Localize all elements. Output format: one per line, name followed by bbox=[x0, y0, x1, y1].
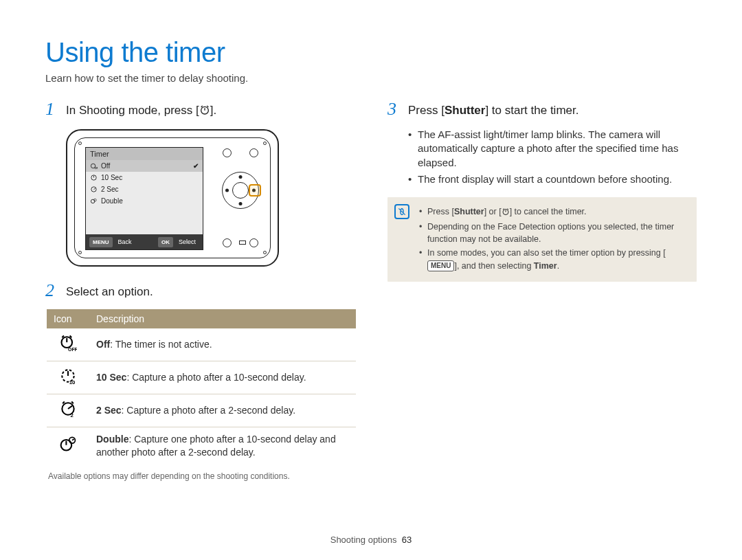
page-footer: Shooting options 63 bbox=[0, 535, 742, 545]
timer-icon bbox=[199, 104, 210, 120]
menu-select-button-label: OK bbox=[158, 237, 173, 247]
note-shutter: Shutter bbox=[454, 207, 484, 216]
timer-double-icon bbox=[90, 197, 98, 205]
timer-10-icon bbox=[90, 174, 98, 181]
menu-item-double: Double bbox=[86, 195, 203, 207]
menu-select-label: Select bbox=[175, 236, 199, 247]
menu-item-label: Off bbox=[101, 162, 110, 170]
col-desc-header: Description bbox=[89, 309, 356, 328]
table-row: OFF Off: The timer is not active. bbox=[47, 328, 356, 361]
camera-screen: Timer OFF Off ✔ 10 Sec bbox=[85, 147, 203, 250]
note-item: Press [Shutter] or [] to cancel the time… bbox=[419, 205, 687, 219]
menu-back-button-label: MENU bbox=[89, 237, 113, 247]
svg-point-14 bbox=[69, 438, 76, 444]
step-1-post: ]. bbox=[210, 104, 216, 117]
camera-illustration: Timer OFF Off ✔ 10 Sec bbox=[66, 129, 355, 267]
note-text: In some modes, you can also set the time… bbox=[427, 248, 666, 258]
timer-off-icon: OFF bbox=[90, 162, 98, 170]
menu-item-label: Double bbox=[101, 197, 123, 205]
table-row: 2 2 Sec: Capture a photo after a 2-secon… bbox=[47, 394, 356, 427]
note-item: Depending on the Face Detection options … bbox=[419, 221, 687, 245]
step-1-text: In Shooting mode, press []. bbox=[66, 100, 216, 120]
step-1: 1 In Shooting mode, press []. bbox=[45, 100, 355, 120]
note-timer-word: Timer bbox=[534, 261, 557, 271]
info-note-box: Press [Shutter] or [] to cancel the time… bbox=[387, 197, 697, 282]
step-3: 3 Press [Shutter] to start the timer. bbox=[387, 100, 697, 118]
note-text: ] to cancel the timer. bbox=[510, 207, 587, 216]
check-icon: ✔ bbox=[193, 162, 199, 170]
menu-item-off: OFF Off ✔ bbox=[86, 160, 203, 172]
step-3-pre: Press [ bbox=[408, 104, 445, 117]
timer-off-icon: OFF bbox=[47, 328, 89, 361]
option-double-label: Double bbox=[96, 434, 128, 445]
page-subtitle: Learn how to set the timer to delay shoo… bbox=[45, 72, 697, 84]
timer-10-icon: 10 bbox=[47, 361, 89, 394]
left-column: 1 In Shooting mode, press []. Timer OFF bbox=[45, 100, 355, 481]
option-10sec-desc: : Capture a photo after a 10-second dela… bbox=[126, 372, 306, 383]
option-10sec-label: 10 Sec bbox=[96, 372, 126, 383]
note-text: Press [ bbox=[427, 207, 454, 216]
note-text: ], and then selecting bbox=[454, 261, 533, 271]
page-title: Using the timer bbox=[45, 37, 697, 68]
step-3-bullets: The AF-assist light/timer lamp blinks. T… bbox=[408, 128, 697, 186]
table-row: 10 10 Sec: Capture a photo after a 10-se… bbox=[47, 361, 356, 394]
menu-button-icon: MENU bbox=[427, 260, 454, 272]
step-3-shutter: Shutter bbox=[445, 104, 486, 117]
step-1-pre: In Shooting mode, press [ bbox=[66, 104, 199, 117]
option-2sec-desc: : Capture a photo after a 2-second delay… bbox=[122, 405, 295, 416]
step-3-post: ] to start the timer. bbox=[485, 104, 578, 117]
menu-back-label: Back bbox=[115, 236, 135, 247]
menu-item-label: 2 Sec bbox=[101, 186, 119, 193]
table-row: Double: Capture one photo after a 10-sec… bbox=[47, 427, 356, 464]
step-2: 2 Select an option. bbox=[45, 282, 355, 300]
note-item: In some modes, you can also set the time… bbox=[419, 247, 687, 271]
svg-text:2: 2 bbox=[70, 412, 74, 418]
option-2sec-label: 2 Sec bbox=[96, 405, 122, 416]
option-double-desc: : Capture one photo after a 10-second de… bbox=[96, 434, 336, 458]
col-icon-header: Icon bbox=[47, 309, 89, 328]
camera-dpad bbox=[222, 172, 259, 209]
step-number: 2 bbox=[45, 282, 59, 300]
option-off-desc: : The timer is not active. bbox=[110, 339, 212, 350]
option-off-label: Off bbox=[96, 339, 110, 350]
camera-menu-footer: MENUBack OKSelect bbox=[86, 234, 203, 249]
note-text: . bbox=[557, 261, 559, 271]
svg-text:10: 10 bbox=[69, 379, 76, 385]
right-column: 3 Press [Shutter] to start the timer. Th… bbox=[387, 100, 697, 481]
camera-button-panel bbox=[220, 147, 261, 249]
bullet-item: The AF-assist light/timer lamp blinks. T… bbox=[408, 128, 697, 170]
timer-2-icon bbox=[90, 186, 98, 193]
step-number: 3 bbox=[387, 100, 401, 118]
timer-double-icon bbox=[47, 427, 89, 464]
footer-section: Shooting options bbox=[330, 535, 397, 545]
step-number: 1 bbox=[45, 100, 59, 118]
camera-menu-title: Timer bbox=[86, 148, 203, 160]
options-table: Icon Description OFF Off: The timer is n… bbox=[47, 309, 356, 464]
table-footnote: Available options may differ depending o… bbox=[48, 471, 355, 481]
footer-page-number: 63 bbox=[402, 535, 412, 545]
menu-item-label: 10 Sec bbox=[101, 174, 122, 181]
timer-icon bbox=[502, 207, 510, 219]
svg-point-5 bbox=[91, 199, 95, 203]
bullet-item: The front display will start a countdown… bbox=[408, 172, 697, 186]
menu-item-10sec: 10 Sec bbox=[86, 172, 203, 183]
menu-item-2sec: 2 Sec bbox=[86, 183, 203, 195]
svg-text:OFF: OFF bbox=[68, 347, 77, 352]
step-3-text: Press [Shutter] to start the timer. bbox=[408, 100, 578, 118]
step-2-text: Select an option. bbox=[66, 282, 153, 300]
note-text: ] or [ bbox=[484, 207, 502, 216]
dpad-right-highlight bbox=[249, 184, 261, 197]
timer-2-icon: 2 bbox=[47, 394, 89, 427]
svg-text:OFF: OFF bbox=[94, 166, 98, 170]
info-icon bbox=[394, 204, 409, 219]
